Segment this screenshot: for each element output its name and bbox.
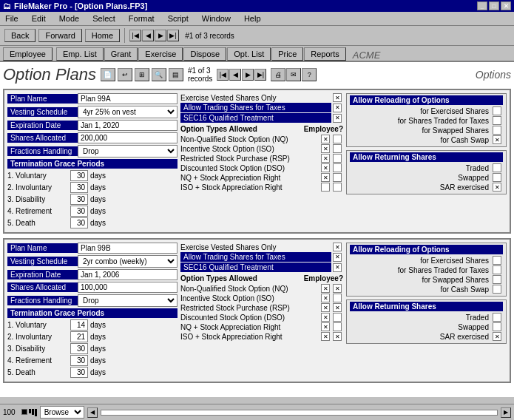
traded-check-1[interactable] [493, 163, 501, 172]
option-isosar-emp-2[interactable] [333, 332, 342, 341]
next-nav[interactable]: ▶ [242, 69, 254, 81]
new-doc-button[interactable]: 📄 [101, 68, 115, 81]
option-iso-allowed-2[interactable] [321, 294, 330, 302]
grace-involuntary-input-2[interactable] [70, 331, 88, 342]
menu-help[interactable]: Help [242, 13, 263, 24]
first-nav[interactable]: |◀ [217, 69, 229, 81]
minimize-button[interactable]: _ [477, 1, 487, 10]
allow-trading-check-1[interactable] [333, 104, 342, 112]
mail-button[interactable]: ✉ [286, 68, 301, 81]
zoom-button[interactable]: 🔍 [152, 68, 166, 81]
expiry-input-2[interactable] [78, 269, 177, 280]
for-exercised-check-1[interactable] [493, 106, 501, 115]
option-nq-emp-1[interactable] [333, 135, 342, 143]
traded-check-2[interactable] [493, 313, 501, 322]
employee-tab[interactable]: Employee [3, 47, 53, 61]
optlist-tab[interactable]: Opt. List [227, 47, 271, 61]
option-iso-emp-2[interactable] [333, 294, 342, 302]
vesting-select-1[interactable]: 4yr 25% on vest [78, 106, 177, 118]
prev-nav[interactable]: ◀ [229, 69, 241, 81]
plan-name-input-1[interactable] [78, 93, 177, 104]
option-nq-emp-2[interactable] [333, 284, 342, 293]
option-iso-emp-1[interactable] [333, 144, 342, 153]
option-rsp-allowed-2[interactable] [321, 303, 330, 312]
exercise-tab[interactable]: Exercise [138, 47, 183, 61]
grace-death-input-1[interactable] [70, 217, 88, 228]
menu-format[interactable]: Format [126, 13, 157, 24]
swapped-check-2[interactable] [493, 322, 501, 331]
exercise-vested-check-2[interactable] [333, 243, 342, 251]
option-iso-allowed-1[interactable] [321, 144, 330, 153]
for-swapped-check-1[interactable] [493, 126, 501, 135]
undo-button[interactable]: ↩ [118, 68, 132, 81]
maximize-button[interactable]: □ [489, 1, 499, 10]
for-exercised-check-2[interactable] [493, 256, 501, 265]
for-traded-check-1[interactable] [493, 116, 501, 125]
expiry-input-1[interactable] [78, 120, 177, 131]
option-dso-allowed-1[interactable] [321, 163, 330, 172]
option-nqsar-emp-2[interactable] [333, 322, 342, 331]
for-cash-check-1[interactable] [493, 135, 501, 144]
next-record-button[interactable]: ▶ [155, 30, 166, 41]
last-record-button[interactable]: ▶| [167, 30, 179, 41]
vesting-select-2[interactable]: 2yr combo (weekly) [78, 255, 177, 268]
option-isosar-emp-1[interactable] [333, 183, 342, 192]
layout-button[interactable]: ▤ [169, 68, 183, 81]
forward-button[interactable]: Forward [38, 29, 81, 42]
scroll-track[interactable] [101, 410, 498, 416]
option-rsp-emp-2[interactable] [333, 303, 342, 312]
home-button[interactable]: Home [85, 29, 120, 42]
grace-retirement-input-1[interactable] [70, 206, 88, 217]
menu-mode[interactable]: Mode [57, 13, 82, 24]
option-dso-emp-1[interactable] [333, 163, 342, 172]
mode-select[interactable]: Browse Find Layout Preview [40, 406, 84, 419]
option-nqsar-allowed-2[interactable] [321, 322, 330, 331]
sar-check-2[interactable] [493, 332, 501, 341]
menu-file[interactable]: File [3, 13, 21, 24]
for-cash-check-2[interactable] [493, 285, 501, 294]
price-tab[interactable]: Price [271, 47, 303, 61]
dispose-tab[interactable]: Dispose [183, 47, 226, 61]
grant-tab[interactable]: Grant [104, 47, 138, 61]
option-dso-emp-2[interactable] [333, 313, 342, 322]
option-nqsar-emp-1[interactable] [333, 173, 342, 182]
option-nq-allowed-2[interactable] [321, 284, 330, 293]
scroll-right-button[interactable]: ▶ [501, 407, 511, 418]
print-button[interactable]: 🖨 [271, 68, 285, 81]
option-nqsar-allowed-1[interactable] [321, 173, 330, 182]
close-button[interactable]: ✕ [501, 1, 511, 10]
option-isosar-allowed-2[interactable] [321, 332, 330, 341]
emplist-tab[interactable]: Emp. List [56, 47, 104, 61]
option-rsp-allowed-1[interactable] [321, 154, 330, 163]
menu-edit[interactable]: Edit [30, 13, 48, 24]
option-dso-allowed-2[interactable] [321, 313, 330, 322]
option-rsp-emp-1[interactable] [333, 154, 342, 163]
scroll-left-button[interactable]: ◀ [87, 407, 98, 418]
grace-disability-input-1[interactable] [70, 194, 88, 205]
plan-name-input-2[interactable] [78, 243, 177, 254]
option-nq-allowed-1[interactable] [321, 135, 330, 143]
for-traded-check-2[interactable] [493, 265, 501, 274]
swapped-check-1[interactable] [493, 173, 501, 182]
help-button[interactable]: ? [302, 68, 317, 81]
first-record-button[interactable]: |◀ [129, 30, 141, 41]
sar-check-1[interactable] [493, 183, 501, 192]
grace-involuntary-input-1[interactable] [70, 182, 88, 193]
grace-voluntary-input-1[interactable] [70, 170, 88, 181]
option-isosar-allowed-1[interactable] [321, 183, 330, 192]
prev-record-button[interactable]: ◀ [142, 30, 154, 41]
sec16-check-2[interactable] [333, 263, 342, 272]
sec16-check-1[interactable] [333, 114, 342, 123]
shares-input-1[interactable] [78, 132, 177, 143]
menu-window[interactable]: Window [200, 13, 233, 24]
menu-script[interactable]: Script [166, 13, 191, 24]
last-nav[interactable]: ▶| [254, 69, 266, 81]
allow-trading-check-2[interactable] [333, 253, 342, 262]
grace-death-input-2[interactable] [70, 367, 88, 378]
reports-tab[interactable]: Reports [304, 47, 346, 61]
grace-voluntary-input-2[interactable] [70, 319, 88, 331]
back-button[interactable]: Back [4, 29, 35, 42]
grace-disability-input-2[interactable] [70, 343, 88, 354]
fractions-select-1[interactable]: Drop [78, 145, 177, 158]
exercise-vested-check-1[interactable] [333, 93, 342, 102]
